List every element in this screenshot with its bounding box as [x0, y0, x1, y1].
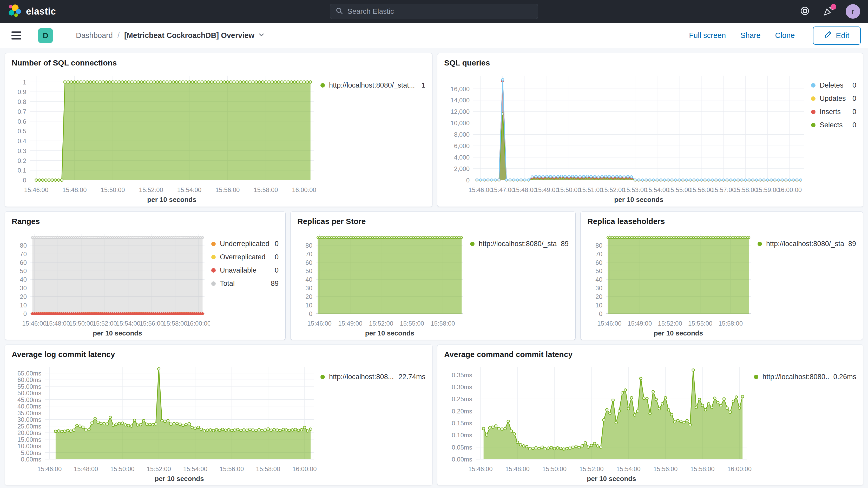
svg-text:10: 10 — [595, 302, 602, 309]
panel-number-of-sql-connections: Number of SQL connections 00.10.20.30.40… — [5, 53, 432, 207]
legend-item[interactable]: http://localhost:8080/_sta...89 — [470, 240, 569, 248]
legend-item[interactable]: Selects0 — [811, 121, 856, 129]
svg-text:10: 10 — [20, 302, 27, 309]
svg-text:0.3: 0.3 — [18, 147, 26, 154]
panel-title[interactable]: SQL queries — [444, 58, 856, 71]
space-initial: D — [42, 31, 48, 40]
svg-text:per 10 seconds: per 10 seconds — [155, 475, 204, 483]
legend-value: 89 — [561, 240, 569, 248]
panel-ranges: Ranges 0102030405060708015:46:0015:48:00… — [5, 212, 286, 340]
svg-text:0.6: 0.6 — [18, 118, 26, 125]
edit-button[interactable]: Edit — [813, 27, 861, 45]
legend-value: 0 — [275, 266, 279, 274]
panel-title[interactable]: Average log commit latency — [12, 350, 426, 363]
breadcrumb-dashboard-link[interactable]: Dashboard — [76, 31, 113, 40]
svg-text:15:54:00: 15:54:00 — [177, 186, 202, 193]
full-screen-button[interactable]: Full screen — [689, 31, 726, 40]
svg-text:0.05ms: 0.05ms — [452, 444, 472, 451]
legend-item[interactable]: Updates0 — [811, 95, 856, 103]
legend-dot-icon — [470, 242, 474, 246]
svg-text:0.15ms: 0.15ms — [452, 420, 472, 427]
svg-text:55.00ms: 55.00ms — [18, 383, 41, 390]
svg-text:15:58:00: 15:58:00 — [431, 320, 455, 327]
legend-label: Inserts — [820, 108, 848, 116]
svg-text:80: 80 — [595, 242, 602, 249]
legend-item[interactable]: Underreplicated0 — [211, 240, 279, 248]
chevron-down-icon[interactable] — [258, 31, 265, 40]
legend-item[interactable]: http://localhost:8080...0.26ms — [754, 373, 856, 381]
svg-text:15:54:00: 15:54:00 — [183, 465, 207, 472]
search-input[interactable] — [347, 7, 532, 16]
panel-title[interactable]: Average command commit latency — [444, 350, 856, 363]
panel-title[interactable]: Ranges — [12, 217, 279, 230]
page-title[interactable]: [Metricbeat CockroachDB] Overview — [124, 31, 265, 40]
legend-item[interactable]: http://localhost:8080/_stat...1 — [320, 81, 426, 89]
svg-text:0.25ms: 0.25ms — [452, 396, 472, 402]
panel-replicas-per-store: Replicas per Store 0102030405060708015:4… — [290, 212, 576, 340]
share-button[interactable]: Share — [740, 31, 761, 40]
svg-text:0.7: 0.7 — [18, 108, 26, 115]
user-avatar[interactable]: r — [846, 4, 860, 19]
menu-button[interactable] — [9, 29, 23, 41]
panel-title[interactable]: Replica leaseholders — [587, 217, 856, 230]
svg-text:15:48:00: 15:48:00 — [74, 465, 98, 472]
space-switcher[interactable]: D — [38, 28, 53, 43]
breadcrumb: Dashboard / [Metricbeat CockroachDB] Ove… — [76, 31, 265, 40]
legend-dot-icon — [211, 242, 216, 246]
svg-text:15:52:00: 15:52:00 — [93, 320, 117, 327]
svg-text:15:58:00: 15:58:00 — [690, 465, 714, 472]
chart-avg-log-commit-latency: 0.00ms5.00ms10.00ms15.00ms20.00ms25.00ms… — [12, 363, 319, 485]
svg-text:per 10 seconds: per 10 seconds — [147, 196, 196, 204]
brand-name: elastic — [26, 6, 56, 17]
legend-value: 0 — [852, 81, 856, 89]
legend-item[interactable]: http://localhost:808...22.74ms — [320, 373, 426, 381]
panel-title[interactable]: Number of SQL connections — [12, 58, 426, 71]
svg-text:30: 30 — [20, 284, 27, 292]
svg-text:10,000: 10,000 — [451, 120, 470, 126]
svg-text:15:48:00: 15:48:00 — [513, 186, 537, 193]
legend-value: 22.74ms — [398, 373, 426, 381]
legend-value: 0 — [275, 240, 279, 248]
legend-label: Overreplicated — [220, 253, 271, 261]
dashboard-grid: Number of SQL connections 00.10.20.30.40… — [0, 48, 868, 488]
svg-text:40: 40 — [20, 276, 27, 283]
clone-button[interactable]: Clone — [775, 31, 795, 40]
svg-text:10: 10 — [305, 302, 312, 309]
legend-item[interactable]: Unavailable0 — [211, 266, 279, 274]
elastic-logo-icon — [8, 4, 21, 19]
svg-text:15:46:00: 15:46:00 — [469, 186, 493, 193]
svg-text:15:46:00: 15:46:00 — [37, 465, 62, 472]
svg-text:15:47:00: 15:47:00 — [491, 186, 515, 193]
legend-item[interactable]: Overreplicated0 — [211, 253, 279, 261]
help-button[interactable] — [799, 5, 811, 18]
svg-text:per 10 seconds: per 10 seconds — [614, 196, 663, 204]
global-search[interactable] — [330, 4, 538, 19]
elastic-brand[interactable]: elastic — [8, 4, 56, 19]
legend-item[interactable]: http://localhost:8080/_sta...89 — [757, 240, 856, 248]
legend-item[interactable]: Inserts0 — [811, 108, 856, 116]
news-button[interactable] — [822, 5, 834, 18]
svg-text:0: 0 — [599, 310, 602, 317]
chart-sql-connections: 00.10.20.30.40.50.60.70.80.9115:46:0015:… — [12, 71, 319, 206]
svg-text:15:48:00: 15:48:00 — [62, 186, 87, 193]
svg-text:35.00ms: 35.00ms — [18, 409, 41, 417]
legend-item[interactable]: Deletes0 — [811, 81, 856, 89]
svg-text:15:51:00: 15:51:00 — [579, 186, 603, 193]
legend-dot-icon — [811, 123, 815, 127]
svg-text:1: 1 — [23, 79, 26, 86]
svg-text:per 10 seconds: per 10 seconds — [365, 329, 414, 337]
legend-item[interactable]: Total89 — [211, 280, 279, 288]
legend-dot-icon — [320, 375, 325, 379]
svg-text:per 10 seconds: per 10 seconds — [654, 329, 703, 337]
legend-label: http://localhost:8080/_sta... — [479, 240, 557, 248]
svg-text:15:46:00: 15:46:00 — [468, 465, 493, 472]
svg-text:40: 40 — [595, 276, 602, 283]
pencil-icon — [824, 31, 832, 40]
legend-dot-icon — [811, 96, 815, 101]
svg-text:60: 60 — [305, 259, 312, 266]
panel-title[interactable]: Replicas per Store — [297, 217, 569, 230]
svg-text:50: 50 — [20, 267, 27, 274]
svg-text:0.4: 0.4 — [18, 138, 26, 145]
svg-text:15:46:00: 15:46:00 — [22, 320, 46, 327]
svg-text:60: 60 — [20, 259, 27, 266]
